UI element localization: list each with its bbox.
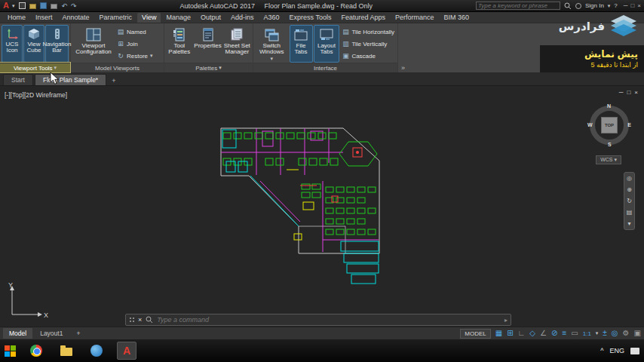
tile-horizontally-button[interactable]: ▤ Tile Horizontally — [342, 26, 394, 38]
view-cube-north[interactable]: N — [607, 103, 611, 109]
autocad-app-logo[interactable]: A — [3, 2, 9, 10]
close-button[interactable]: × — [637, 2, 641, 9]
model-space-button[interactable]: MODEL — [460, 329, 490, 339]
command-grip-icon[interactable] — [130, 318, 131, 319]
pan-icon[interactable]: ⊕ — [627, 186, 632, 193]
join-button[interactable]: ⊞ Join — [117, 38, 153, 50]
sign-in-button[interactable]: Sign In — [585, 2, 604, 9]
polar-toggle-icon[interactable]: ◇ — [529, 330, 535, 337]
new-file-button[interactable] — [19, 2, 26, 9]
save-button[interactable] — [40, 2, 47, 9]
clean-screen-icon[interactable]: ▣ — [634, 330, 641, 337]
view-cube[interactable]: N W E S TOP — [588, 104, 630, 146]
snap-toggle-icon[interactable]: ⊞ — [507, 330, 513, 337]
sheet-set-manager-button[interactable]: Sheet Set Manager — [223, 25, 251, 63]
ortho-toggle-icon[interactable]: ∟ — [518, 330, 526, 337]
restore-button[interactable]: ↻ Restore ▾ — [117, 50, 153, 62]
tab-addins[interactable]: Add-ins — [226, 13, 259, 23]
panel-label-palettes[interactable]: Palettes ▾ — [164, 63, 253, 72]
command-search-icon[interactable] — [146, 316, 153, 324]
sign-in-chevron-icon[interactable]: ▾ — [608, 3, 611, 9]
annotation-visibility-icon[interactable]: ± — [603, 330, 607, 337]
app-menu-chevron-icon[interactable]: ▾ — [12, 3, 15, 9]
ribbon-expand-icon[interactable]: » — [401, 64, 405, 72]
command-line[interactable]: × ▸ — [125, 314, 511, 326]
new-tab-button[interactable]: + — [108, 76, 119, 85]
drawing-minimize-button[interactable]: ─ — [619, 89, 624, 96]
tab-a360[interactable]: A360 — [259, 13, 284, 23]
plot-button[interactable] — [51, 4, 57, 9]
add-layout-button[interactable]: + — [70, 328, 86, 339]
tab-performance[interactable]: Performance — [391, 13, 439, 23]
drawing-restore-button[interactable]: □ — [627, 89, 630, 96]
command-close-icon[interactable]: × — [138, 316, 142, 324]
tool-palettes-button[interactable]: Tool Palettes — [166, 25, 193, 63]
tab-home[interactable]: Home — [3, 13, 30, 23]
wcs-dropdown[interactable]: WCS ▾ — [596, 155, 621, 164]
lineweight-toggle-icon[interactable]: ≡ — [562, 330, 566, 337]
chrome-taskbar-icon[interactable] — [26, 342, 46, 360]
language-indicator[interactable]: ENG — [609, 347, 624, 354]
tab-insert[interactable]: Insert — [31, 13, 57, 23]
media-taskbar-icon[interactable] — [87, 342, 106, 360]
command-input[interactable] — [157, 316, 501, 324]
view-cube-east[interactable]: E — [627, 122, 631, 127]
explorer-taskbar-icon[interactable] — [57, 342, 76, 360]
model-tab[interactable]: Model — [3, 328, 32, 339]
ucs-icon-toggle[interactable]: UCS Icon — [2, 25, 23, 63]
grid-toggle-icon[interactable]: ▦ — [495, 330, 502, 337]
tab-express-tools[interactable]: Express Tools — [285, 13, 336, 23]
properties-button[interactable]: Properties — [194, 25, 222, 63]
isodraft-toggle-icon[interactable]: ∠ — [540, 330, 547, 337]
workspace-switch-icon[interactable]: ◎ — [612, 330, 618, 337]
file-tab-start[interactable]: Start — [3, 74, 33, 85]
navigation-bar[interactable]: ◎ ⊕ ↻ ▤ ▾ — [624, 172, 635, 230]
cascade-button[interactable]: ▣ Cascade — [342, 50, 394, 62]
file-tabs-toggle[interactable]: File Tabs — [290, 25, 313, 63]
tab-output[interactable]: Output — [196, 13, 225, 23]
osnap-toggle-icon[interactable]: ⊘ — [551, 330, 557, 337]
tab-manage[interactable]: Manage — [161, 13, 195, 23]
layout1-tab[interactable]: Layout1 — [34, 328, 69, 339]
transparency-toggle-icon[interactable]: ▭ — [571, 330, 578, 337]
view-cube-south[interactable]: S — [608, 142, 612, 147]
viewport-configuration-button[interactable]: Viewport Configuration — [72, 25, 115, 63]
minimize-button[interactable]: ─ — [624, 2, 628, 9]
start-button[interactable] — [5, 345, 16, 357]
layout-tabs-toggle[interactable]: Layout Tabs — [314, 25, 340, 63]
redo-button[interactable]: ↷ — [71, 2, 77, 10]
command-recent-chevron-icon[interactable]: ▸ — [504, 317, 508, 324]
tray-expand-icon[interactable]: ^ — [600, 347, 603, 354]
zoom-icon[interactable]: ▤ — [627, 209, 633, 216]
view-cube-top-face[interactable]: TOP — [601, 117, 618, 133]
panel-label-viewport-tools[interactable]: Viewport Tools ▾ — [0, 63, 70, 72]
search-icon[interactable] — [564, 2, 572, 10]
viewport-controls[interactable]: [-][Top][2D Wireframe] — [5, 91, 67, 99]
customization-gear-icon[interactable]: ⚙ — [623, 330, 630, 337]
drawing-close-button[interactable]: × — [634, 89, 638, 96]
tab-featured-apps[interactable]: Featured Apps — [336, 13, 390, 23]
help-button[interactable]: ? — [614, 2, 617, 9]
restore-button[interactable]: □ — [630, 2, 634, 9]
panel-label-model-viewports[interactable]: Model Viewports — [71, 63, 164, 72]
tab-annotate[interactable]: Annotate — [58, 13, 94, 23]
search-input[interactable] — [476, 2, 560, 10]
panel-label-interface[interactable]: Interface — [253, 63, 397, 72]
switch-windows-button[interactable]: Switch Windows ▾ — [255, 25, 289, 63]
tab-parametric[interactable]: Parametric — [95, 13, 137, 23]
open-file-button[interactable] — [29, 4, 36, 9]
view-cube-toggle[interactable]: View Cube — [23, 25, 44, 63]
file-tab-floor-plan[interactable]: Floor Plan Sample* — [35, 74, 106, 85]
navigation-bar-toggle[interactable]: Navigation Bar — [45, 25, 69, 63]
annotation-scale-button[interactable]: 1:1 — [583, 330, 591, 337]
orbit-icon[interactable]: ↻ — [627, 198, 632, 204]
autocad-taskbar-icon[interactable]: A — [117, 342, 136, 360]
tab-view[interactable]: View — [137, 13, 161, 23]
tile-vertically-button[interactable]: ▥ Tile Vertically — [342, 38, 394, 50]
view-cube-west[interactable]: W — [587, 122, 593, 127]
tab-bim360[interactable]: BIM 360 — [439, 13, 474, 23]
touch-keyboard-icon[interactable] — [630, 348, 639, 354]
named-button[interactable]: ▤ Named — [117, 26, 153, 38]
drawing-area[interactable]: [-][Top][2D Wireframe] ─ □ × N W E S TOP… — [0, 86, 644, 327]
scale-chevron-icon[interactable]: ▾ — [596, 330, 599, 336]
